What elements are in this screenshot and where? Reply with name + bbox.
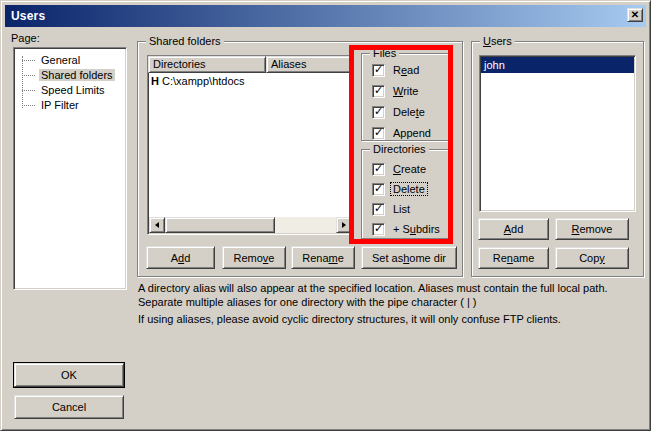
file-delete-checkbox[interactable] — [372, 106, 385, 119]
append-checkbox[interactable] — [372, 127, 385, 140]
shared-remove-button[interactable]: Remove — [222, 246, 286, 269]
dirs-create-row: Create — [372, 162, 428, 176]
scroll-right-icon — [342, 222, 346, 228]
home-directory-flag: H — [148, 75, 162, 87]
shared-folder-row[interactable]: H C:\xampp\htdocs — [148, 73, 353, 89]
list-checkbox[interactable] — [372, 203, 385, 216]
cancel-button[interactable]: Cancel — [14, 395, 124, 419]
user-add-button[interactable]: Add — [478, 218, 549, 240]
ok-button[interactable]: OK — [14, 363, 124, 387]
users-group-label: Users — [480, 35, 515, 47]
dir-delete-checkbox[interactable] — [372, 183, 385, 196]
directories-permissions-group: Directories Create Delete List + Subdirs — [361, 149, 449, 239]
page-list: General Shared folders Speed Limits IP F… — [13, 47, 127, 290]
files-permissions-group: Files Read Write Delete Append — [361, 53, 449, 141]
page-tree: General Shared folders Speed Limits IP F… — [14, 48, 126, 113]
directory-path: C:\xampp\htdocs — [162, 75, 245, 87]
page-item-ip-filter[interactable]: IP Filter — [14, 98, 126, 113]
scrollbar-thumb[interactable] — [165, 217, 275, 233]
files-delete-row: Delete — [372, 105, 427, 119]
shared-rename-button[interactable]: Rename — [291, 246, 355, 269]
page-item-general[interactable]: General — [14, 53, 126, 68]
create-checkbox[interactable] — [372, 163, 385, 176]
create-label[interactable]: Create — [391, 163, 428, 175]
shared-folders-group-label: Shared folders — [146, 35, 224, 47]
titlebar[interactable]: Users ✕ — [5, 5, 646, 27]
files-append-row: Append — [372, 126, 433, 140]
user-remove-button[interactable]: Remove — [555, 218, 629, 240]
scroll-left-icon — [155, 222, 159, 228]
directories-group-label: Directories — [370, 143, 429, 155]
user-item-john[interactable]: john — [481, 57, 634, 73]
horizontal-scrollbar[interactable] — [149, 217, 352, 233]
dirs-subdirs-row: + Subdirs — [372, 222, 442, 236]
dirs-list-row: List — [372, 202, 412, 216]
scroll-right-button[interactable] — [336, 217, 352, 233]
page-item-shared-folders[interactable]: Shared folders — [14, 68, 126, 83]
append-label[interactable]: Append — [391, 127, 433, 139]
page-label: Page: — [11, 32, 40, 44]
users-dialog: Users ✕ Page: General Shared folders Spe… — [0, 0, 651, 431]
scrollbar-track[interactable] — [275, 217, 336, 233]
read-checkbox[interactable] — [372, 64, 385, 77]
users-list: john — [479, 55, 636, 212]
scroll-left-button[interactable] — [149, 217, 165, 233]
listview-header: Directories Aliases — [148, 56, 353, 73]
cyclic-note: If using aliases, please avoid cyclic di… — [138, 312, 642, 326]
files-read-row: Read — [372, 63, 421, 77]
column-header-aliases[interactable]: Aliases — [266, 56, 353, 73]
write-label[interactable]: Write — [391, 85, 420, 97]
file-delete-label[interactable]: Delete — [391, 106, 427, 118]
alias-note: A directory alias will also appear at th… — [138, 281, 642, 309]
close-button[interactable]: ✕ — [627, 8, 643, 22]
shared-add-button[interactable]: Add — [146, 246, 215, 269]
set-as-home-dir-button[interactable]: Set as home dir — [361, 246, 457, 269]
user-rename-button[interactable]: Rename — [478, 247, 549, 269]
page-item-speed-limits[interactable]: Speed Limits — [14, 83, 126, 98]
shared-folders-listview: Directories Aliases H C:\xampp\htdocs — [147, 55, 354, 235]
read-label[interactable]: Read — [391, 64, 421, 76]
write-checkbox[interactable] — [372, 85, 385, 98]
subdirs-label[interactable]: + Subdirs — [391, 223, 442, 235]
close-icon: ✕ — [631, 10, 639, 20]
subdirs-checkbox[interactable] — [372, 223, 385, 236]
dirs-delete-row: Delete — [372, 182, 427, 196]
files-write-row: Write — [372, 84, 420, 98]
list-label[interactable]: List — [391, 203, 412, 215]
column-header-directories[interactable]: Directories — [148, 56, 266, 73]
user-copy-button[interactable]: Copy — [555, 247, 629, 269]
window-title: Users — [5, 9, 45, 23]
dir-delete-label[interactable]: Delete — [391, 183, 427, 195]
files-group-label: Files — [370, 47, 399, 59]
